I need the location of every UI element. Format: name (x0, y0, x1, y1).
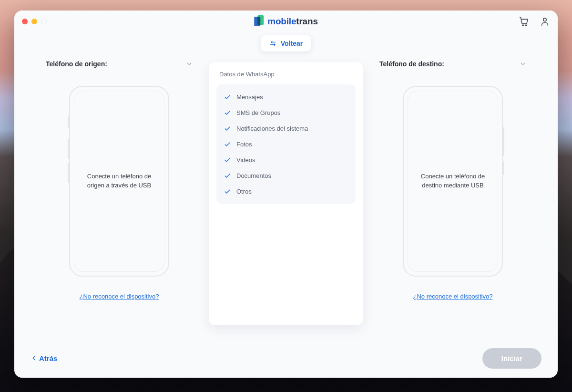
flip-button-label: Voltear (281, 40, 303, 47)
app-brand: mobiletrans (254, 15, 318, 28)
data-item-fotos[interactable]: Fotos (222, 136, 350, 152)
start-button[interactable]: Iniciar (482, 348, 541, 369)
app-window: mobiletrans Voltear (14, 10, 558, 378)
source-phone-placeholder: Conecte un teléfono de origen a través d… (69, 86, 169, 277)
check-icon (224, 110, 231, 116)
swap-icon (269, 40, 277, 47)
destination-help-link[interactable]: ¿No reconoce el dispositivo? (413, 293, 493, 300)
footer: Atrás Iniciar (14, 339, 558, 378)
data-item-documentos[interactable]: Documentos (222, 168, 350, 184)
brand-logo-icon (254, 15, 264, 28)
maximize-window-button[interactable] (41, 19, 47, 24)
data-item-label: Otros (236, 188, 252, 195)
svg-point-2 (543, 18, 546, 21)
data-list: Mensajes SMS de Grupos Notificaciones de… (216, 84, 356, 204)
main-content: Teléfono de origen: Conecte un teléfono … (14, 55, 558, 339)
chevron-down-icon (186, 61, 193, 67)
data-item-notificaciones[interactable]: Notificaciones del sistema (222, 121, 350, 136)
data-panel: Datos de WhatsApp Mensajes SMS de Grupos… (209, 62, 363, 325)
brand-name-part1: mobile (267, 16, 296, 26)
chevron-down-icon (520, 61, 526, 67)
data-item-label: Documentos (236, 172, 271, 179)
back-button-label: Atrás (39, 354, 57, 362)
titlebar: mobiletrans (14, 10, 558, 32)
source-dropdown-toggle[interactable] (186, 61, 193, 67)
chevron-left-icon (31, 355, 37, 361)
check-icon (224, 125, 231, 132)
source-title: Teléfono de origen: (46, 60, 107, 68)
check-icon (224, 94, 231, 101)
destination-title: Teléfono de destino: (379, 60, 444, 68)
data-item-label: Notificaciones del sistema (236, 125, 308, 132)
check-icon (224, 173, 231, 179)
destination-dropdown-toggle[interactable] (520, 61, 526, 67)
start-button-label: Iniciar (501, 354, 522, 362)
data-item-sms-grupos[interactable]: SMS de Grupos (222, 105, 350, 121)
data-item-label: SMS de Grupos (236, 109, 281, 116)
user-icon[interactable] (540, 16, 550, 27)
flip-button[interactable]: Voltear (261, 35, 311, 52)
data-item-videos[interactable]: Videos (222, 152, 350, 168)
data-item-label: Fotos (236, 141, 252, 148)
data-panel-title: Datos de WhatsApp (213, 71, 359, 81)
back-button[interactable]: Atrás (31, 354, 57, 362)
source-help-link[interactable]: ¿No reconoce el dispositivo? (80, 293, 159, 300)
data-item-label: Mensajes (236, 93, 263, 101)
data-item-mensajes[interactable]: Mensajes (222, 89, 350, 105)
svg-point-0 (522, 25, 523, 26)
destination-panel: Teléfono de destino: Conecte un teléfono… (377, 60, 529, 339)
source-phone-prompt: Conecte un teléfono de origen a través d… (84, 172, 154, 190)
minimize-window-button[interactable] (31, 19, 37, 24)
check-icon (224, 141, 231, 148)
check-icon (224, 188, 231, 195)
data-item-otros[interactable]: Otros (222, 184, 350, 199)
data-item-label: Videos (236, 156, 255, 164)
check-icon (224, 157, 231, 164)
destination-phone-placeholder: Conecte un teléfono de destino mediante … (403, 86, 503, 277)
close-window-button[interactable] (22, 19, 28, 24)
brand-name: mobiletrans (267, 16, 318, 27)
brand-name-part2: trans (296, 16, 317, 26)
source-panel: Teléfono de origen: Conecte un teléfono … (43, 60, 195, 339)
cart-icon[interactable] (519, 16, 529, 27)
svg-point-1 (525, 25, 526, 26)
desktop-wallpaper: mobiletrans Voltear (0, 0, 572, 392)
destination-phone-prompt: Conecte un teléfono de destino mediante … (418, 172, 488, 190)
window-controls (22, 19, 47, 24)
